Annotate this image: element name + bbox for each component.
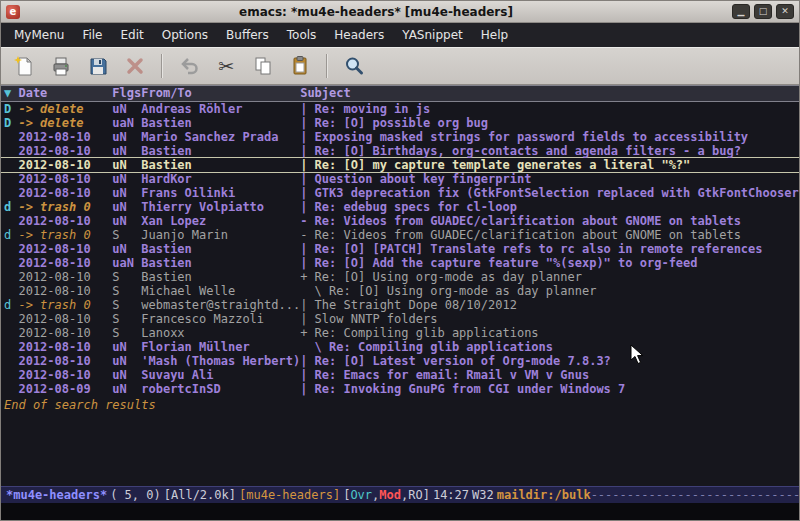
message-row[interactable]: 2012-08-09 uN robertcInSD | Re: Invoking…: [1, 382, 799, 396]
new-file-button[interactable]: [9, 51, 39, 81]
column-header-from[interactable]: From/To: [141, 86, 300, 101]
window-title: emacs: *mu4e-headers* [mu4e-headers]: [20, 5, 732, 19]
copy-button[interactable]: [248, 51, 278, 81]
print-icon: [50, 55, 72, 77]
message-row[interactable]: 2012-08-10 uN Suvayu Ali | Re: Emacs for…: [1, 368, 799, 382]
mark-char: d: [4, 298, 18, 312]
message-row[interactable]: 2012-08-10 uN Bastien | Re: [O] Birthday…: [1, 144, 799, 158]
buffer-area: ▼ Date Flgs From/To Subject D -> delete …: [1, 85, 799, 486]
minimize-button[interactable]: ▁: [732, 4, 750, 19]
comma: ,: [401, 487, 408, 503]
message-row[interactable]: 2012-08-10 uN 'Mash (Thomas Herbert) | R…: [1, 354, 799, 368]
message-date: 2012-08-10: [18, 312, 112, 326]
message-row[interactable]: d -> trash 0 S Juanjo Marin - Re: Videos…: [1, 228, 799, 242]
message-flags: S: [112, 312, 141, 326]
modeline-maildir: maildir:/bulk: [497, 487, 591, 503]
search-button[interactable]: [339, 51, 369, 81]
kill-buffer-button[interactable]: [120, 51, 150, 81]
cut-button[interactable]: ✂: [211, 51, 241, 81]
message-date: 2012-08-10: [18, 130, 112, 144]
mark-char: [4, 186, 18, 200]
message-from: Mario Sanchez Prada: [141, 130, 300, 144]
message-subject: + Re: Compiling glib applications: [300, 326, 799, 340]
message-row[interactable]: 2012-08-10 uaN Bastien | Re: [O] Add the…: [1, 256, 799, 270]
search-icon: [343, 55, 365, 77]
message-row[interactable]: D -> delete uN Andreas Röhler | Re: movi…: [1, 102, 799, 116]
message-from: Thierry Volpiatto: [141, 200, 300, 214]
message-date: 2012-08-10: [18, 186, 112, 200]
message-subject: | Re: Invoking GnuPG from CGI under Wind…: [300, 382, 799, 396]
message-row[interactable]: 2012-08-10 S Michael Welle \ Re: [O] Usi…: [1, 284, 799, 298]
message-subject: | Re: [O] possible org bug: [300, 116, 799, 130]
modeline-window-id: W32: [472, 487, 494, 503]
message-from: Bastien: [141, 242, 300, 256]
print-button[interactable]: [46, 51, 76, 81]
message-flags: uN: [112, 130, 141, 144]
echo-area[interactable]: [1, 503, 799, 520]
modeline-buffer-name[interactable]: *mu4e-headers*: [6, 487, 107, 503]
maximize-button[interactable]: □: [754, 4, 772, 19]
message-flags: S: [112, 270, 141, 284]
menu-file[interactable]: File: [73, 25, 111, 45]
message-list: D -> delete uN Andreas Röhler | Re: movi…: [1, 102, 799, 396]
message-date: 2012-08-10: [18, 326, 112, 340]
modeline-filler: ----------------------------------------…: [591, 487, 799, 503]
mark-char: d: [4, 200, 18, 214]
column-header-date[interactable]: Date: [18, 86, 112, 101]
mode-line: *mu4e-headers*( 5, 0)[All/2.0k][mu4e-hea…: [1, 486, 799, 503]
message-flags: uN: [112, 242, 141, 256]
sort-direction-icon[interactable]: ▼: [4, 86, 18, 101]
message-flags: uN: [112, 340, 141, 354]
mark-char: [4, 284, 18, 298]
message-row[interactable]: d -> trash 0 S webmaster@straightd... | …: [1, 298, 799, 312]
message-row[interactable]: 2012-08-10 uN Mario Sanchez Prada | Expo…: [1, 130, 799, 144]
message-subject: | Re: Emacs for email: Rmail v VM v Gnus: [300, 368, 799, 382]
close-button[interactable]: ✕: [776, 4, 794, 19]
message-row[interactable]: 2012-08-10 uN Bastien | Re: [O] my captu…: [1, 158, 799, 172]
message-flags: uN: [112, 172, 141, 186]
menu-yasnippet[interactable]: YASnippet: [393, 25, 472, 45]
message-row[interactable]: 2012-08-10 uN HardKor | Question about k…: [1, 172, 799, 186]
message-row[interactable]: 2012-08-10 S Francesco Mazzoli | Slow NN…: [1, 312, 799, 326]
mark-char: [4, 382, 18, 396]
message-subject: | Slow NNTP folders: [300, 312, 799, 326]
menu-headers[interactable]: Headers: [325, 25, 393, 45]
message-row[interactable]: 2012-08-10 uN Frans Oilinki | GTK3 depre…: [1, 186, 799, 200]
message-from: Bastien: [141, 158, 300, 172]
message-date: 2012-08-10: [18, 284, 112, 298]
save-button[interactable]: [83, 51, 113, 81]
message-row[interactable]: 2012-08-10 uN Florian Müllner \ Re: Comp…: [1, 340, 799, 354]
message-from: Florian Müllner: [141, 340, 300, 354]
menu-mymenu[interactable]: MyMenu: [5, 25, 73, 45]
message-flags: uaN: [112, 116, 141, 130]
message-row[interactable]: D -> delete uaN Bastien | Re: [O] possib…: [1, 116, 799, 130]
message-row[interactable]: 2012-08-10 uN Bastien | Re: [O] [PATCH] …: [1, 242, 799, 256]
menu-options[interactable]: Options: [153, 25, 217, 45]
message-row[interactable]: 2012-08-10 uN Xan Lopez - Re: Videos fro…: [1, 214, 799, 228]
paste-button[interactable]: [285, 51, 315, 81]
message-date: 2012-08-09: [18, 382, 112, 396]
window-controls: ▁ □ ✕: [732, 4, 794, 19]
column-header-subject[interactable]: Subject: [300, 86, 799, 101]
message-subject: - Re: Videos from GUADEC/clarification a…: [300, 214, 799, 228]
mark-char: [4, 242, 18, 256]
menu-buffers[interactable]: Buffers: [217, 25, 278, 45]
close-x-icon: [124, 55, 146, 77]
undo-button[interactable]: [174, 51, 204, 81]
message-from: webmaster@straightd...: [141, 298, 300, 312]
message-row[interactable]: d -> trash 0 uN Thierry Volpiatto | Re: …: [1, 200, 799, 214]
modeline-major-mode[interactable]: [mu4e-headers]: [239, 487, 340, 503]
message-date: 2012-08-10: [18, 158, 112, 172]
column-header-flags[interactable]: Flgs: [112, 86, 141, 101]
message-row[interactable]: 2012-08-10 S Bastien + Re: [O] Using org…: [1, 270, 799, 284]
menu-tools[interactable]: Tools: [278, 25, 326, 45]
message-date: 2012-08-10: [18, 270, 112, 284]
titlebar: e emacs: *mu4e-headers* [mu4e-headers] ▁…: [1, 1, 799, 23]
message-row[interactable]: 2012-08-10 S Lanoxx + Re: Compiling glib…: [1, 326, 799, 340]
message-flags: uN: [112, 368, 141, 382]
menu-edit[interactable]: Edit: [112, 25, 153, 45]
message-date: -> trash 0: [18, 200, 112, 214]
readonly-flag: RO: [408, 487, 422, 503]
message-date: -> delete: [18, 116, 112, 130]
menu-help[interactable]: Help: [472, 25, 517, 45]
